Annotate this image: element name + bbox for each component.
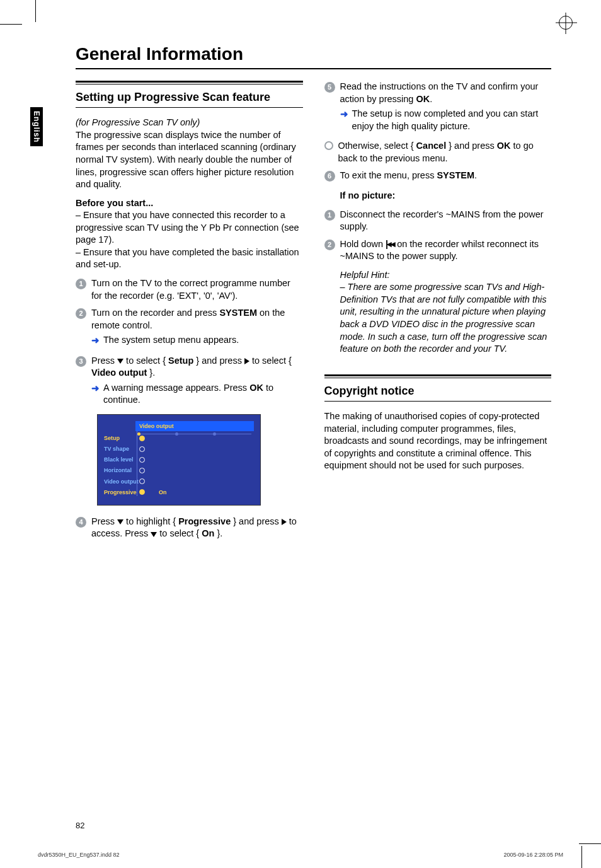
recovery-step-2: 2 Hold down |◂◂ on the recorder whilst r… (324, 238, 552, 263)
before-block: Before you start... – Ensure that you ha… (76, 197, 303, 271)
triangle-down-icon (117, 359, 123, 364)
section-heading: Copyright notice (324, 383, 552, 398)
otherwise-text: Otherwise, select { Cancel } and press O… (338, 140, 552, 165)
setup-label: Setup (168, 356, 193, 366)
crop-mark (581, 846, 582, 868)
if-no-picture-heading: If no picture: (340, 190, 552, 202)
text: . (430, 94, 432, 104)
ok-label: OK (416, 94, 430, 104)
step-5-body: Read the instructions on the TV and conf… (340, 81, 552, 135)
step-4-body: Press to highlight { Progressive } and p… (91, 516, 303, 540)
text: to select { (249, 356, 292, 366)
divider (76, 84, 303, 84)
step-number-icon: 1 (76, 279, 86, 289)
crop-mark (35, 0, 36, 22)
osd-label: Horizontal (104, 466, 139, 474)
osd-row-videooutput: Video output (104, 478, 254, 485)
intro-body: The progressive scan displays twice the … (76, 130, 296, 189)
ok-label: OK (497, 141, 511, 151)
previous-track-icon: |◂◂ (386, 238, 394, 251)
triangle-down-icon (151, 532, 157, 537)
radio-icon (139, 436, 145, 441)
text: }. (147, 367, 155, 378)
step-2-body: Turn on the recorder and press SYSTEM on… (91, 307, 303, 349)
step-4: 4 Press to highlight { Progressive } and… (76, 516, 303, 540)
step-5-result: ➜ The setup is now completed and you can… (340, 108, 552, 132)
step-6-body: To exit the menu, press SYSTEM. (340, 170, 478, 182)
divider (324, 374, 552, 376)
system-label: SYSTEM (437, 170, 474, 180)
video-output-label: Video output (91, 367, 147, 378)
osd-menu-graphic: Video output Setup TV shape Black level … (97, 414, 261, 506)
osd-row-blacklevel: Black level (104, 456, 254, 463)
dot-icon (175, 432, 178, 436)
arrow-right-icon: ➜ (340, 108, 348, 120)
step-2: 2 Turn on the recorder and press SYSTEM … (76, 307, 303, 349)
dot-icon (137, 432, 140, 436)
recovery-step-1: 1 Disconnect the recorder's ~MAINS from … (324, 209, 552, 233)
step-1: 1 Turn on the TV to the correct programm… (76, 277, 303, 302)
recovery-step-2-body: Hold down |◂◂ on the recorder whilst rec… (340, 238, 552, 263)
content-columns: Setting up Progressive Scan feature (for… (76, 81, 551, 545)
text: to select { (157, 528, 202, 538)
triangle-down-icon (117, 519, 123, 524)
page-title: General Information (76, 44, 570, 64)
divider (324, 378, 552, 378)
before-heading: Before you start... (76, 198, 153, 208)
step-number-icon: 5 (324, 82, 335, 93)
osd-row-setup: Setup (104, 434, 254, 442)
cancel-label: Cancel (416, 141, 447, 151)
step-6: 6 To exit the menu, press SYSTEM. (324, 170, 552, 182)
osd-label: Progressive (104, 489, 139, 496)
step-number-icon: 1 (324, 210, 335, 221)
radio-icon (139, 468, 145, 473)
text: Hold down (340, 239, 386, 249)
otherwise-bullet: Otherwise, select { Cancel } and press O… (324, 140, 552, 165)
text: to select { (123, 356, 168, 366)
recovery-step-1-text: Disconnect the recorder's ~MAINS from th… (340, 209, 552, 233)
divider (324, 401, 552, 402)
right-column: 5 Read the instructions on the TV and co… (324, 81, 552, 545)
progressive-label: Progressive (178, 516, 231, 526)
text: Read the instructions on the TV and conf… (340, 81, 539, 104)
bullet-icon (324, 141, 333, 150)
footer-filename: dvdr5350H_EU_Eng537.indd 82 (38, 852, 120, 858)
section-heading: Setting up Progressive Scan feature (76, 90, 303, 105)
step-2-result: ➜ The system setup menu appears. (91, 334, 303, 347)
text: . (474, 170, 477, 180)
registration-mark-icon (559, 16, 573, 30)
text: The setup is now completed and you can s… (352, 108, 552, 132)
hint-heading: Helpful Hint: (340, 270, 390, 280)
arrow-right-icon: ➜ (91, 334, 100, 347)
intro-italic: (for Progressive Scan TV only) (76, 117, 200, 127)
text: A warning message appears. Press (103, 383, 249, 393)
osd-label: Setup (104, 434, 139, 442)
step-3-body: Press to select { Setup } and press to s… (91, 355, 303, 409)
ok-label: OK (249, 383, 263, 393)
osd-track (137, 434, 251, 434)
text: } and press (231, 516, 282, 526)
osd-label: Black level (104, 456, 139, 463)
step-number-icon: 2 (76, 308, 86, 319)
radio-icon (139, 478, 145, 484)
arrow-right-icon: ➜ (91, 382, 100, 395)
text: } and press (446, 141, 497, 151)
before-line-2: – Ensure that you have completed the bas… (76, 247, 299, 270)
text: to highlight { (123, 516, 178, 526)
step-1-text: Turn on the TV to the correct programme … (91, 277, 303, 302)
osd-value: On (159, 489, 167, 496)
osd-header: Video output (135, 421, 254, 431)
text: To exit the menu, press (340, 170, 437, 180)
left-column: Setting up Progressive Scan feature (for… (76, 81, 303, 545)
step-number-icon: 2 (324, 240, 335, 250)
osd-row-tvshape: TV shape (104, 445, 254, 453)
text: Press (91, 356, 117, 366)
step-3: 3 Press to select { Setup } and press to… (76, 355, 303, 409)
helpful-hint: Helpful Hint: – There are some progressi… (340, 269, 552, 356)
intro-paragraph: (for Progressive Scan TV only) The progr… (76, 117, 303, 190)
crop-mark (0, 24, 22, 25)
step-3-result: ➜ A warning message appears. Press OK to… (91, 382, 303, 407)
footer-timestamp: 2005-09-16 2:28:05 PM (503, 852, 563, 858)
radio-icon (139, 457, 145, 463)
divider (76, 68, 551, 69)
